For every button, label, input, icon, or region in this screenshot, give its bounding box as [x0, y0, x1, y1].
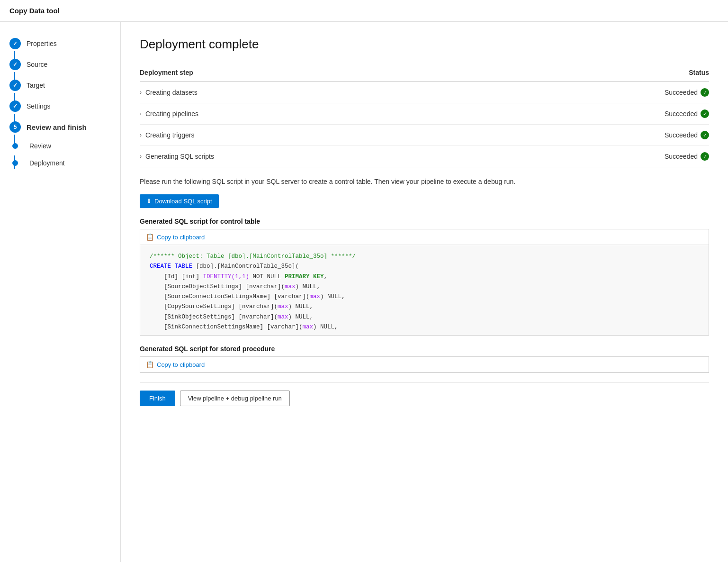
code-max-2: max — [310, 293, 321, 300]
step-circle-review — [12, 143, 18, 149]
status-text-pipelines: Succeeded — [665, 110, 698, 118]
step-cell-sql: › Generating SQL scripts — [140, 146, 624, 167]
step-name-sql: Generating SQL scripts — [145, 153, 214, 160]
copy-clipboard-control[interactable]: 📋 Copy to clipboard — [140, 229, 709, 245]
sidebar-label-source: Source — [27, 61, 47, 68]
sql-code-block-control: /****** Object: Table [dbo].[MainControl… — [140, 245, 709, 335]
download-sql-button[interactable]: ⇓ Download SQL script — [140, 194, 219, 208]
code-line-copy-src-2: ) NULL, — [288, 303, 314, 310]
code-line-sink-obj-2: ) NULL, — [288, 314, 314, 320]
code-pk: PRIMARY KEY — [285, 273, 324, 280]
sidebar-label-deployment: Deployment — [29, 159, 65, 167]
clipboard-icon-control: 📋 — [146, 233, 154, 241]
status-text-datasets: Succeeded — [665, 89, 698, 96]
code-line-source-conn-2: ) NULL, — [320, 293, 345, 300]
deployment-table: Deployment step Status › Creating datase… — [140, 65, 709, 167]
sidebar-label-review-and-finish: Review and finish — [27, 123, 87, 131]
success-icon-pipelines: ✓ — [701, 109, 709, 118]
chevron-icon-sql[interactable]: › — [140, 153, 142, 160]
sql-stored-proc-container: 📋 Copy to clipboard — [140, 356, 709, 373]
code-comma-1: , — [324, 273, 328, 280]
code-max-4: max — [278, 314, 288, 320]
sidebar-label-settings: Settings — [27, 102, 51, 110]
code-keyword-create: CREATE TABLE — [150, 263, 192, 270]
code-line-source-conn-1: [SourceConnectionSettingsName] [varchar]… — [150, 293, 310, 300]
sidebar-label-target: Target — [27, 82, 45, 89]
sidebar-item-deployment[interactable]: Deployment — [0, 155, 120, 167]
success-icon-sql: ✓ — [701, 152, 709, 161]
status-cell-triggers: Succeeded ✓ — [624, 125, 709, 146]
sql-control-table-label: Generated SQL script for control table — [140, 218, 709, 225]
action-bar: Finish View pipeline + debug pipeline ru… — [140, 382, 709, 414]
chevron-icon-datasets[interactable]: › — [140, 89, 142, 96]
sidebar-item-target[interactable]: ✓ Target — [0, 75, 120, 96]
step-name-pipelines: Creating pipelines — [145, 110, 198, 118]
sidebar-item-review-and-finish[interactable]: 5 Review and finish — [0, 117, 120, 137]
code-max-1: max — [285, 283, 296, 290]
table-row: › Creating datasets Succeeded ✓ — [140, 82, 709, 103]
view-pipeline-button[interactable]: View pipeline + debug pipeline run — [180, 391, 290, 406]
sql-stored-proc-label: Generated SQL script for stored procedur… — [140, 345, 709, 353]
status-cell-pipelines: Succeeded ✓ — [624, 103, 709, 125]
step-circle-deployment — [12, 160, 18, 166]
download-btn-label: Download SQL script — [154, 198, 212, 205]
success-icon-datasets: ✓ — [701, 88, 709, 97]
code-line-copy-src-1: [CopySourceSettings] [nvarchar]( — [150, 303, 278, 310]
step-circle-target: ✓ — [9, 80, 21, 91]
success-icon-triggers: ✓ — [701, 131, 709, 139]
step-name-datasets: Creating datasets — [145, 89, 198, 96]
sidebar-item-settings[interactable]: ✓ Settings — [0, 96, 120, 117]
code-notnull: NOT NULL — [253, 273, 285, 280]
status-text-sql: Succeeded — [665, 153, 698, 160]
page-title: Deployment complete — [140, 37, 709, 52]
code-line-sink-conn-1: [SinkConnectionSettingsName] [varchar]( — [150, 324, 303, 330]
status-cell-datasets: Succeeded ✓ — [624, 82, 709, 103]
code-comment-1: /****** Object: Table [dbo].[MainControl… — [150, 253, 356, 260]
sidebar-item-properties[interactable]: ✓ Properties — [0, 33, 120, 54]
table-row: › Creating triggers Succeeded ✓ — [140, 125, 709, 146]
code-line-source-obj-2: ) NULL, — [296, 283, 321, 290]
code-max-5: max — [303, 324, 314, 330]
status-cell-sql: Succeeded ✓ — [624, 146, 709, 167]
main-content: Deployment complete Deployment step Stat… — [121, 22, 728, 562]
code-line-source-obj-1: [SourceObjectSettings] [nvarchar]( — [150, 283, 285, 290]
app-title-bar: Copy Data tool — [0, 0, 728, 22]
table-row: › Generating SQL scripts Succeeded ✓ — [140, 146, 709, 167]
sidebar-item-source[interactable]: ✓ Source — [0, 54, 120, 75]
sidebar-label-review: Review — [29, 142, 51, 150]
download-icon: ⇓ — [146, 198, 152, 205]
sql-control-table-container: 📋 Copy to clipboard /****** Object: Tabl… — [140, 229, 709, 336]
step-cell-pipelines: › Creating pipelines — [140, 103, 624, 125]
copy-label-proc: Copy to clipboard — [157, 361, 205, 368]
col-header-step: Deployment step — [140, 65, 624, 82]
code-table-name: [dbo].[MainControlTable_35o]( — [192, 263, 299, 270]
clipboard-icon-proc: 📋 — [146, 361, 154, 368]
code-max-3: max — [278, 303, 288, 310]
step-cell-datasets: › Creating datasets — [140, 82, 624, 103]
chevron-icon-pipelines[interactable]: › — [140, 110, 142, 117]
app-title: Copy Data tool — [0, 0, 728, 22]
col-header-status: Status — [624, 65, 709, 82]
table-header: Deployment step Status — [140, 65, 709, 82]
code-line-sink-obj-1: [SinkObjectSettings] [nvarchar]( — [150, 314, 278, 320]
step-circle-properties: ✓ — [9, 38, 21, 49]
step-cell-triggers: › Creating triggers — [140, 125, 624, 146]
table-row: › Creating pipelines Succeeded ✓ — [140, 103, 709, 125]
step-circle-settings: ✓ — [9, 100, 21, 112]
info-text: Please run the following SQL script in y… — [140, 177, 709, 187]
sidebar-item-review[interactable]: Review — [0, 137, 120, 155]
step-name-triggers: Creating triggers — [145, 131, 195, 139]
step-circle-source: ✓ — [9, 59, 21, 70]
copy-label-control: Copy to clipboard — [157, 234, 205, 241]
finish-button[interactable]: Finish — [140, 391, 175, 406]
code-func-identity: IDENTITY(1,1) — [203, 273, 253, 280]
step-circle-review-and-finish: 5 — [9, 121, 21, 133]
copy-clipboard-proc[interactable]: 📋 Copy to clipboard — [140, 357, 709, 373]
code-line-sink-conn-2: ) NULL, — [313, 324, 338, 330]
chevron-icon-triggers[interactable]: › — [140, 132, 142, 138]
code-line-id-1: [Id] [int] — [150, 273, 203, 280]
sidebar-label-properties: Properties — [27, 40, 57, 47]
sidebar: ✓ Properties ✓ Source ✓ Target ✓ Setting… — [0, 22, 121, 562]
status-text-triggers: Succeeded — [665, 131, 698, 139]
